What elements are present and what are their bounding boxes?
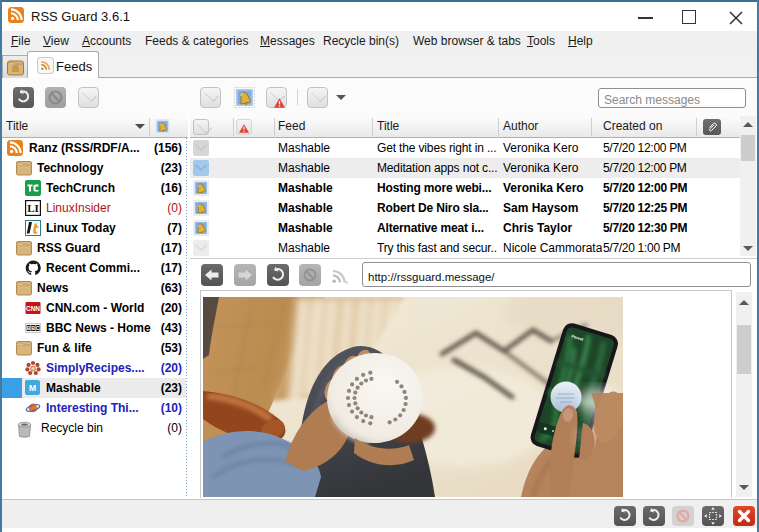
svg-text:C: C <box>36 325 40 331</box>
svg-text:B: B <box>27 325 31 331</box>
svg-text:CNN: CNN <box>26 305 40 312</box>
svg-text:B: B <box>31 325 35 331</box>
svg-text:M: M <box>29 383 36 393</box>
svg-text:LI: LI <box>27 202 39 214</box>
